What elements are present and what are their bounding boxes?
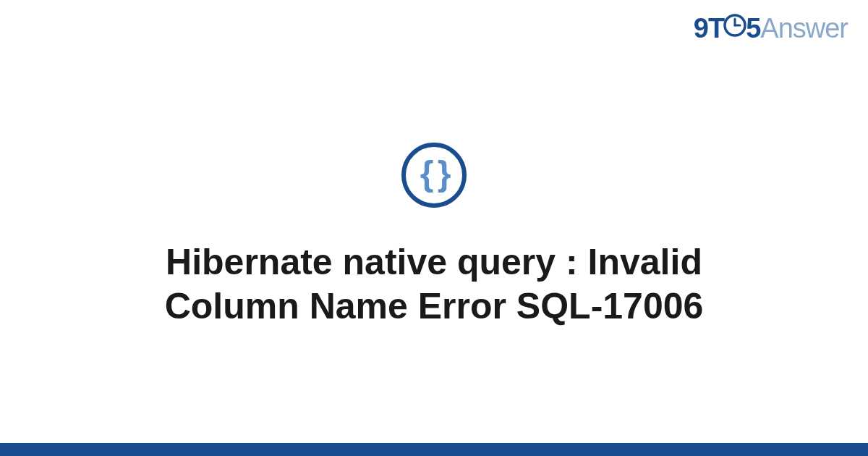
main-content: { } Hibernate native query : Invalid Col… — [0, 0, 868, 456]
braces-icon: { } — [420, 156, 448, 191]
page-title: Hibernate native query : Invalid Column … — [72, 240, 796, 329]
category-icon-circle: { } — [401, 143, 467, 208]
footer-bar — [0, 443, 868, 456]
